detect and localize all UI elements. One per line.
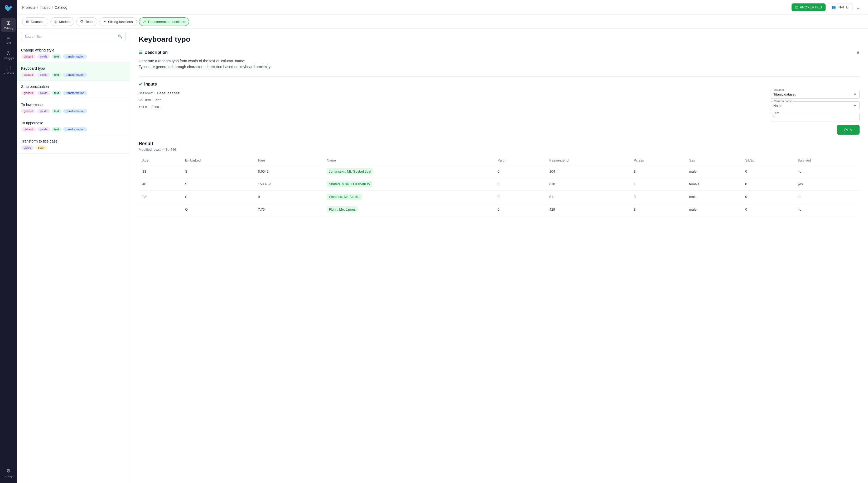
header-actions: ▤ PROPERTIES 👥 INVITE ... (792, 3, 863, 11)
sidebar-item-test[interactable]: ≡ Test (1, 33, 16, 47)
sidebar: 🐦 ⊞ Catalog ≡ Test ◎ Debugger ⬚ Feedback… (0, 0, 17, 483)
name-cell: Shuted, Mise. Eluzabeth W (327, 181, 372, 187)
invite-button[interactable]: 👥 INVITE (828, 3, 852, 11)
code-val-column: str (155, 98, 161, 102)
properties-button[interactable]: ▤ PROPERTIES (792, 3, 826, 11)
dataset-select[interactable]: Titanic dataset (773, 92, 856, 96)
feedback-icon: ⬚ (6, 65, 11, 71)
col-header-fare: Fare (254, 156, 323, 165)
right-panel: Keyboard typo ☰ Description ∧ Generate a… (130, 29, 868, 483)
col-header-sibsp: SibSp (741, 156, 794, 165)
run-button-wrapper: RUN (770, 124, 860, 135)
tag-transformation: transformation (63, 54, 87, 59)
tab-models[interactable]: ◎ Models (50, 18, 74, 26)
datasets-tab-icon: ⊞ (26, 20, 29, 24)
description-text: Generate a random typo from words of the… (139, 58, 860, 70)
list-item-strip-punctuation[interactable]: Strip punctuation giskard pickle text tr… (17, 81, 130, 99)
field-group-column-name: Column name Name ▼ (770, 101, 860, 110)
col-header-sex: Sex (686, 156, 741, 165)
tag-giskard: giskard (21, 54, 36, 59)
inputs-right: Dataset Titanic dataset ▼ Column name Na… (770, 90, 860, 135)
result-table: Age Embarked Fare Name Parch PassengerId… (139, 156, 860, 216)
description-heading: Description (145, 50, 168, 55)
list-item-transform-title-case[interactable]: Transform to title case pickle scan (17, 135, 130, 153)
sidebar-label-catalog: Catalog (4, 27, 13, 30)
run-button[interactable]: RUN (837, 125, 860, 135)
inputs-heading: Inputs (144, 82, 157, 87)
table-row: 22S9Wxelens, Mr. Axhille0813male0no (139, 190, 860, 203)
tag-pickle-4: pickle (37, 109, 50, 113)
col-header-pclass: Pclass (630, 156, 686, 165)
sidebar-item-debugger[interactable]: ◎ Debugger (1, 48, 16, 62)
sidebar-logo: 🐦 (4, 3, 13, 13)
code-line-rate: rate: float (139, 104, 764, 111)
description-section: ☰ Description ∧ Generate a random typo f… (139, 50, 860, 70)
name-cell: Wxelens, Mr. Axhille (327, 194, 362, 200)
tag-transformation-3: transformation (63, 91, 87, 95)
code-line-dataset: Dataset: BaseDataset (139, 90, 764, 97)
description-collapse-icon[interactable]: ∧ (857, 50, 860, 55)
list-item-tags-keyboard-typo: giskard pickle text transformation (21, 73, 126, 77)
page-title: Keyboard typo (139, 35, 860, 44)
inputs-section: ✔ Inputs Dataset: BaseDataset Column: st… (139, 82, 860, 135)
field-label-rate: rate (773, 111, 780, 114)
breadcrumb-catalog: Catalog (55, 5, 67, 9)
more-button[interactable]: ... (855, 3, 863, 11)
tag-text-5: text (52, 127, 62, 132)
inputs-left: Dataset: BaseDataset Column: str rate: f… (139, 90, 764, 135)
tab-transformation[interactable]: ↗ Transformation functions (139, 18, 189, 26)
result-section: Result Modified rows: 443 / 446 Age Emba… (139, 141, 860, 216)
list-item-change-writing-style[interactable]: Change writing style giskard pickle text… (17, 44, 130, 62)
name-cell: Johansskn, Mt. Gustad Joel (327, 168, 373, 174)
tag-scan: scan (35, 145, 47, 150)
list-item-to-lowercase[interactable]: To lowercase giskard pickle text transfo… (17, 99, 130, 117)
tab-datasets[interactable]: ⊞ Datasets (22, 18, 48, 26)
tag-text-2: text (52, 73, 62, 77)
tag-transformation-2: transformation (63, 73, 87, 77)
col-header-passengerid: PassengerId (546, 156, 630, 165)
sidebar-label-feedback: Feedback (3, 72, 14, 75)
breadcrumb-titanic[interactable]: Titanic (39, 5, 50, 9)
left-panel: 🔍 Change writing style giskard pickle te… (17, 29, 130, 483)
code-line-column: Column: str (139, 97, 764, 104)
sidebar-item-catalog[interactable]: ⊞ Catalog (1, 18, 16, 32)
debugger-icon: ◎ (6, 50, 10, 56)
breadcrumb: Projects / Titanic / Catalog (22, 5, 67, 9)
tag-giskard-4: giskard (21, 109, 36, 113)
column-name-select[interactable]: Name (773, 104, 856, 108)
list-item-tags-transform-title-case: pickle scan (21, 145, 126, 150)
sidebar-item-feedback[interactable]: ⬚ Feedback (1, 63, 16, 77)
inputs-header: ✔ Inputs (139, 82, 860, 87)
tag-pickle-3: pickle (37, 91, 50, 95)
sidebar-label-test: Test (6, 42, 11, 45)
code-val-rate: float (151, 105, 161, 109)
tag-text-4: text (52, 109, 62, 113)
field-group-rate: rate (770, 113, 860, 121)
tag-text: text (52, 54, 62, 59)
field-group-dataset: Dataset Titanic dataset ▼ (770, 90, 860, 99)
sidebar-item-settings[interactable]: ⚙ Settings (1, 466, 16, 480)
col-header-age: Age (139, 156, 181, 165)
tab-slicing[interactable]: ✂ Slicing functions (99, 18, 137, 26)
properties-icon: ▤ (795, 5, 798, 9)
breadcrumb-projects[interactable]: Projects (22, 5, 36, 9)
inputs-grid: Dataset: BaseDataset Column: str rate: f… (139, 90, 860, 135)
search-icon: 🔍 (118, 34, 122, 38)
tabs-bar: ⊞ Datasets ◎ Models ⚗ Tests ✂ Slicing fu… (17, 15, 868, 29)
list-item-to-uppercase[interactable]: To uppercase giskard pickle text transfo… (17, 117, 130, 135)
tag-pickle-5: pickle (37, 127, 50, 132)
search-input[interactable] (25, 35, 116, 38)
inputs-icon: ✔ (139, 82, 142, 87)
table-row: 40S153.4625Shuted, Mise. Eluzabeth W0610… (139, 178, 860, 190)
code-key-dataset: Dataset: (139, 91, 157, 95)
list-item-tags-strip-punctuation: giskard pickle text transformation (21, 91, 126, 95)
list-item-keyboard-typo[interactable]: Keyboard typo giskard pickle text transf… (17, 62, 130, 81)
rate-input[interactable] (773, 115, 856, 119)
tests-tab-icon: ⚗ (80, 20, 84, 24)
result-subtitle: Modified rows: 443 / 446 (139, 147, 860, 151)
sidebar-label-settings: Settings (4, 475, 13, 478)
col-header-name: Name (323, 156, 494, 165)
table-row: Q7.75Flyhn, Me. Jzmes04293male0no (139, 203, 860, 216)
tab-tests[interactable]: ⚗ Tests (76, 18, 97, 26)
col-header-parch: Parch (494, 156, 546, 165)
